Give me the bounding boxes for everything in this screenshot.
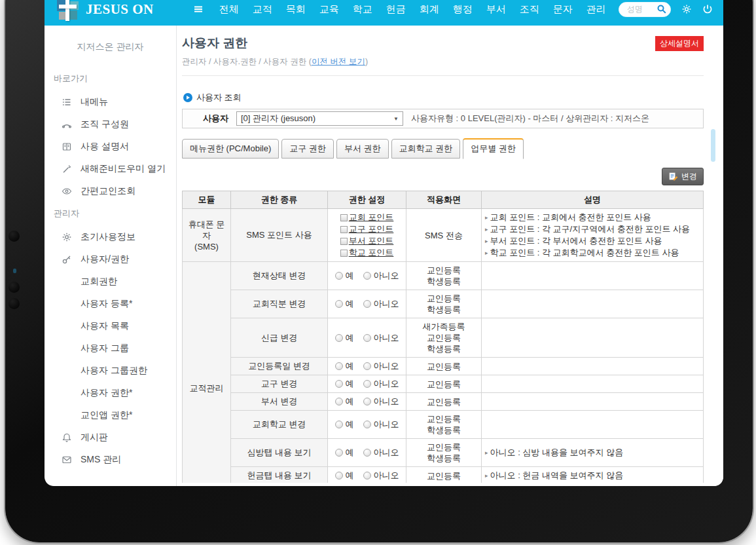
nav-item-organization[interactable]: 조직 [520,3,539,16]
radio-yes[interactable]: 예 [335,419,354,430]
radio-circle-icon[interactable] [335,398,343,405]
radio-circle-icon[interactable] [363,334,371,342]
radio-no[interactable]: 아니오 [363,332,399,344]
radio-group: 예아니오 [335,470,399,481]
settings-gear-icon[interactable] [681,4,692,14]
radio-circle-icon[interactable] [335,380,343,388]
radio-yes[interactable]: 예 [335,396,354,407]
radio-yes[interactable]: 예 [335,332,354,344]
radio-yes[interactable]: 예 [335,298,354,310]
sidebar-item-church-permission[interactable]: 교회권한 [45,271,176,293]
nav-item-school[interactable]: 학교 [353,3,372,16]
nav-item-sms[interactable]: 문자 [553,3,573,16]
breadcrumb: 관리자 / 사용자.권한 / 사용자 권한 (이전 버전 보기) [182,56,704,67]
nav-item-offering[interactable]: 헌금 [386,3,406,16]
power-icon[interactable] [702,4,713,14]
nav-item-education[interactable]: 교육 [319,3,339,16]
checkbox-option: 학교 포인트 [340,247,394,259]
section-title-label: 사용자 조회 [196,92,242,103]
radio-yes[interactable]: 예 [335,270,354,282]
radio-no[interactable]: 아니오 [363,447,399,459]
sidebar-item-board[interactable]: 게시판 [45,426,176,449]
nav-item-administration[interactable]: 행정 [453,3,473,16]
sidebar-item-user-list[interactable]: 사용자 목록 [45,315,176,337]
perm-type-cell: 교인등록일 변경 [231,358,328,375]
nav-item-ministry[interactable]: 목회 [286,3,306,16]
sidebar-item-sms-manage[interactable]: SMS 관리 [45,449,176,471]
tab-department-permission[interactable]: 부서 권한 [336,139,389,159]
radio-no[interactable]: 아니오 [363,419,399,430]
nav-item-all[interactable]: 전체 [219,3,239,16]
radio-no[interactable]: 아니오 [363,298,399,310]
radio-circle-icon[interactable] [363,300,371,308]
tab-church-school-permission[interactable]: 교회학교 권한 [391,139,461,159]
nav-item-records[interactable]: 교적 [253,3,272,16]
column-header: 설명 [482,191,704,209]
perm-setting-cell: 예아니오 [328,393,406,411]
radio-circle-icon[interactable] [363,472,371,479]
sidebar-item-initial-settings[interactable]: 초기사용정보 [45,226,176,248]
checkbox[interactable] [340,214,348,221]
sidebar-item-user-group-permission[interactable]: 사용자 그룹권한 [45,360,176,382]
radio-circle-icon[interactable] [335,300,343,308]
radio-circle-icon[interactable] [363,398,371,405]
tab-task-permission[interactable]: 업무별 권한 [463,138,524,159]
radio-circle-icon[interactable] [363,272,371,280]
desc-line: ▸교구 포인트 : 각 교구/지구역에서 충전한 포인트 사용 [485,223,701,235]
radio-yes[interactable]: 예 [335,378,354,390]
checkbox[interactable] [340,226,348,233]
sidebar-item-user-manual[interactable]: 사용 설명서 [45,136,176,158]
radio-circle-icon[interactable] [363,449,371,457]
radio-circle-icon[interactable] [335,272,343,280]
nav-item-manage[interactable]: 관리 [586,3,606,16]
checkbox[interactable] [340,250,348,257]
sidebar-item-member-app-permission[interactable]: 교인앱 권한* [45,404,176,426]
perm-setting-cell: 예아니오 [328,375,406,393]
tab-parish-permission[interactable]: 교구 권한 [281,139,334,159]
sidebar-item-user-register[interactable]: 사용자 등록* [45,293,176,315]
previous-version-link[interactable]: 이전 버전 보기 [312,57,365,66]
desc-line: ▸학교 포인트 : 각 교회학교에서 충전한 포인트 사용 [485,247,701,259]
sidebar-item-user-group[interactable]: 사용자 그룹 [45,337,176,360]
sidebar-item-org-members[interactable]: 조직 구성원 [45,113,176,136]
sidebar-item-newyear-helper[interactable]: 새해준비도우미 열기 [45,158,176,180]
radio-no[interactable]: 아니오 [363,470,399,481]
radio-no[interactable]: 아니오 [363,270,399,282]
user-select[interactable]: [0] 관리자 (jesuson) ▼ [236,111,403,126]
nav-item-department[interactable]: 부서 [486,3,506,16]
radio-no[interactable]: 아니오 [363,378,399,390]
sidebar-item-my-menu[interactable]: 내메뉴 [45,91,176,113]
radio-circle-icon[interactable] [335,421,343,428]
screen-cell: 교인등록 [406,467,482,483]
desc-cell [482,318,704,358]
hamburger-menu-icon[interactable] [193,4,204,14]
radio-group: 예아니오 [335,396,399,407]
sidebar-item-user-permission-current[interactable]: 사용자 권한* [45,382,176,404]
side-button [9,298,20,309]
sidebar-item-user-permission[interactable]: 사용자/권한 [45,248,176,271]
radio-circle-icon[interactable] [363,421,371,428]
desc-bullet-icon: ▸ [485,447,488,459]
radio-circle-icon[interactable] [363,362,371,370]
radio-circle-icon[interactable] [335,449,343,457]
radio-no[interactable]: 아니오 [363,360,399,372]
radio-yes[interactable]: 예 [335,447,354,459]
radio-yes[interactable]: 예 [335,470,354,481]
nav-item-accounting[interactable]: 회계 [420,3,439,16]
side-button [9,231,20,242]
checkbox[interactable] [340,238,348,245]
radio-circle-icon[interactable] [363,380,371,388]
radio-circle-icon[interactable] [335,472,343,479]
tab-menu-permission[interactable]: 메뉴권한 (PC/Mobile) [182,139,279,159]
radio-circle-icon[interactable] [335,334,343,342]
change-button[interactable]: 변경 [662,168,704,185]
logo[interactable]: JESUS ON [56,0,154,21]
detail-manual-badge[interactable]: 상세설명서 [655,36,704,51]
search-icon[interactable] [657,4,667,14]
perm-type-cell: 부서 변경 [231,393,328,411]
radio-no[interactable]: 아니오 [363,396,399,407]
sidebar-item-quick-member-lookup[interactable]: 간편교인조회 [45,180,176,202]
scrollbar-thumb[interactable] [711,129,715,162]
radio-yes[interactable]: 예 [335,360,354,372]
radio-circle-icon[interactable] [335,362,343,370]
